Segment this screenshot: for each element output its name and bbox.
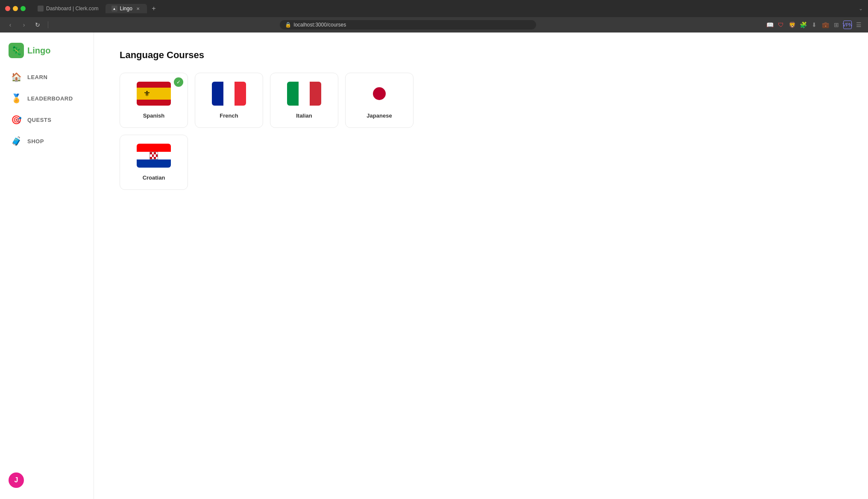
back-button[interactable]: ‹ [5,20,15,30]
course-card-italian[interactable]: Italian [270,73,338,128]
sidebar-item-learn[interactable]: 🏠 LEARN [5,67,88,87]
quests-label: QUESTS [27,117,51,123]
tab-active-title: Lingo [120,6,132,12]
toolbar-icons: 📖 🛡 🦁 🧩 ⬇ 💼 ⊞ VPN ☰ [765,21,863,29]
croatian-blue-stripe [137,159,171,168]
flag-french [212,82,246,106]
shop-label: SHOP [27,138,44,145]
expand-button[interactable]: ⌄ [859,6,863,12]
learn-icon: 🏠 [10,71,22,83]
course-name-italian: Italian [296,112,312,119]
french-blue-stripe [212,82,223,106]
shop-icon: 🧳 [10,135,22,147]
vpn-icon[interactable]: VPN [843,21,852,29]
tab-inactive-title: Dashboard | Clerk.com [46,6,99,12]
japanese-circle [373,87,386,100]
sidebar-item-leaderboard[interactable]: 🏅 LEADERBOARD [5,88,88,109]
window-controls: ⌄ [859,6,863,12]
tab-close-button[interactable]: ✕ [135,6,141,12]
learn-label: LEARN [27,74,47,80]
logo: 🦎 Lingo [0,39,94,67]
wallet-icon[interactable]: 💼 [821,21,830,29]
new-tab-button[interactable]: + [149,3,159,14]
maximize-window-button[interactable] [21,6,26,11]
coat-of-arms-grid [150,152,158,159]
logo-text: Lingo [27,46,50,56]
leaderboard-icon: 🏅 [10,92,22,104]
refresh-button[interactable]: ↻ [32,20,43,30]
italian-white-stripe [299,82,310,106]
lock-icon: 🔒 [285,22,291,28]
selected-badge: ✓ [174,77,183,87]
logo-icon: 🦎 [9,43,24,58]
avatar[interactable]: J [9,472,24,488]
tab-dashboard[interactable]: Dashboard | Clerk.com [32,4,104,13]
croatian-white-stripe [137,152,171,160]
extensions-icon[interactable]: 🧩 [799,21,807,29]
nav-menu: 🏠 LEARN 🏅 LEADERBOARD 🎯 QUESTS 🧳 SHOP [0,67,94,151]
french-red-stripe [235,82,246,106]
download-icon[interactable]: ⬇ [810,21,818,29]
brave-icon[interactable]: 🦁 [788,21,796,29]
browser-titlebar: Dashboard | Clerk.com ▲ Lingo ✕ + ⌄ [0,0,868,17]
french-white-stripe [223,82,235,106]
course-card-croatian[interactable]: Croatian [120,135,188,190]
app-container: 🦎 Lingo 🏠 LEARN 🏅 LEADERBOARD 🎯 QUESTS 🧳… [0,32,868,499]
divider [48,21,48,28]
main-content: Language Courses ✓ ⚜ Spanish [94,32,868,499]
course-name-spanish: Spanish [143,112,165,119]
course-name-croatian: Croatian [143,174,165,181]
leaderboard-label: LEADERBOARD [27,95,73,102]
flag-croatian [137,144,171,168]
quests-icon: 🎯 [10,114,22,126]
sidebar-toggle-icon[interactable]: ⊞ [832,21,841,29]
italian-red-stripe [310,82,321,106]
flag-spanish: ⚜ [137,82,171,106]
traffic-lights [5,6,26,11]
sidebar-footer: J [0,466,94,495]
tab-lingo[interactable]: ▲ Lingo ✕ [106,4,147,13]
tab-active-favicon: ▲ [111,6,117,12]
close-window-button[interactable] [5,6,10,11]
forward-button[interactable]: › [19,20,29,30]
course-name-japanese: Japanese [367,112,392,119]
shield-icon[interactable]: 🛡 [777,21,785,29]
tab-bar: Dashboard | Clerk.com ▲ Lingo ✕ + [32,3,855,14]
course-card-japanese[interactable]: Japanese [345,73,413,128]
course-card-french[interactable]: French [195,73,263,128]
sidebar-item-shop[interactable]: 🧳 SHOP [5,131,88,151]
minimize-window-button[interactable] [13,6,18,11]
italian-green-stripe [287,82,299,106]
sidebar-item-quests[interactable]: 🎯 QUESTS [5,109,88,130]
browser-toolbar: ‹ › ↻ 🔒 localhost:3000/courses 📖 🛡 🦁 🧩 ⬇… [0,17,868,32]
address-bar[interactable]: 🔒 localhost:3000/courses [280,20,536,30]
sidebar: 🦎 Lingo 🏠 LEARN 🏅 LEADERBOARD 🎯 QUESTS 🧳… [0,32,94,499]
flag-japanese [362,82,396,106]
page-title: Language Courses [120,50,842,61]
tab-favicon [38,6,44,12]
croatian-red-stripe [137,144,171,152]
coat-of-arms-icon: ⚜ [144,89,150,98]
menu-icon[interactable]: ☰ [854,21,863,29]
courses-grid: ✓ ⚜ Spanish [120,73,842,190]
flag-italian [287,82,321,106]
bookmark-icon[interactable]: 📖 [765,21,774,29]
course-name-french: French [220,112,238,119]
browser-chrome: Dashboard | Clerk.com ▲ Lingo ✕ + ⌄ ‹ › … [0,0,868,32]
address-text: localhost:3000/courses [294,22,346,28]
course-card-spanish[interactable]: ✓ ⚜ Spanish [120,73,188,128]
